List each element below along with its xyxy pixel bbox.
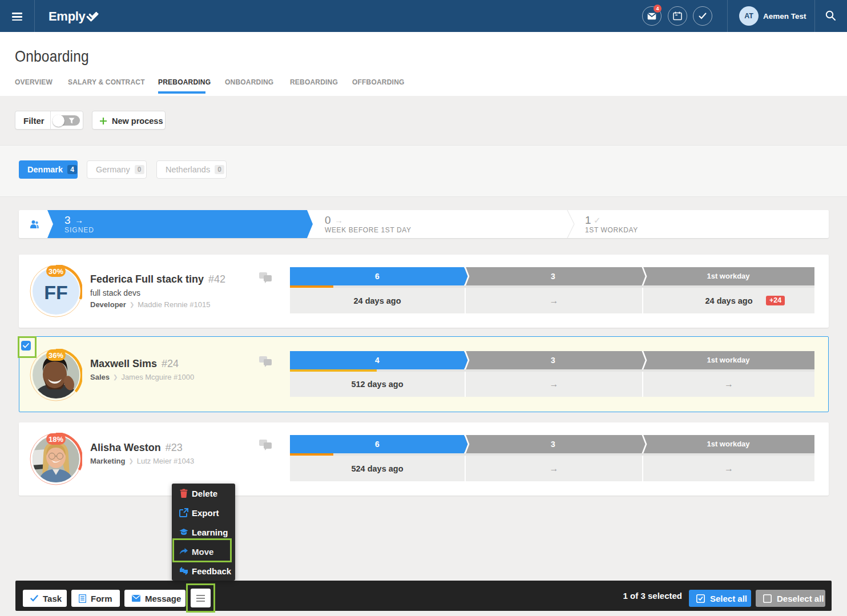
svg-text:FF: FF: [44, 281, 68, 303]
